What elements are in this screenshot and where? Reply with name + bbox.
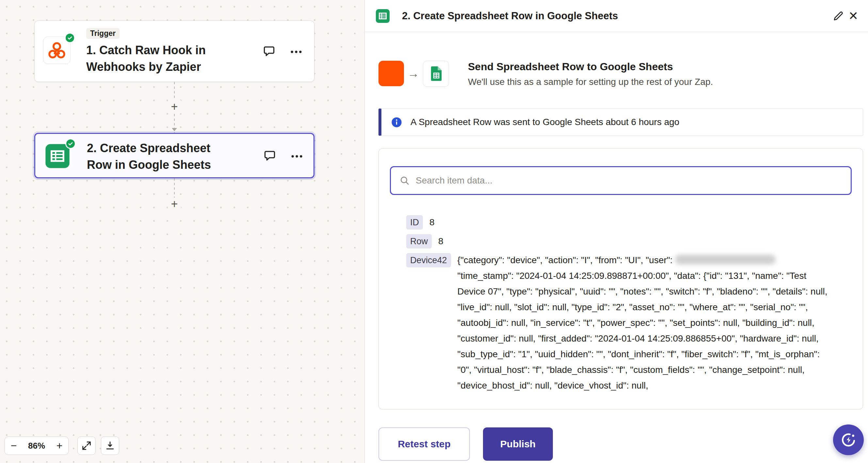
field-pill-device42: Device42 [406, 253, 451, 268]
trigger-card-title-line2: Webhooks by Zapier [86, 58, 206, 75]
fit-to-view-button[interactable] [78, 437, 96, 455]
panel-actions: Retest step Publish [378, 427, 553, 461]
sheets-app-icon [423, 61, 449, 87]
zoom-in-button[interactable]: + [51, 437, 68, 455]
trigger-card-title: 1. Catch Raw Hook in Webhooks by Zapier [86, 42, 206, 75]
ellipsis-icon [290, 149, 304, 163]
trigger-card-title-line1: 1. Catch Raw Hook in [86, 42, 206, 58]
sample-text-block: Send Spreadsheet Row to Google Sheets We… [468, 61, 713, 87]
action-card-title-line1: 2. Create Spreadsheet [87, 140, 211, 156]
field-value-device42: {"category": "device", "action": "I", "f… [458, 252, 830, 394]
close-icon: ✕ [848, 10, 858, 22]
test-status-banner: A Spreadsheet Row was sent to Google She… [378, 109, 863, 136]
success-check-icon [65, 138, 76, 149]
sample-heading: Send Spreadsheet Row to Google Sheets [468, 61, 713, 73]
info-icon [391, 117, 402, 128]
comment-icon [262, 44, 276, 58]
panel-header: 2. Create Spreadsheet Row in Google Shee… [365, 0, 868, 32]
field-row-id: ID 8 [406, 215, 852, 230]
edit-title-button[interactable] [831, 8, 846, 24]
trigger-badge: Trigger [86, 28, 120, 39]
retest-step-button[interactable]: Retest step [378, 427, 470, 461]
copilot-icon [840, 431, 857, 448]
zap-editor-canvas[interactable]: Trigger 1. Catch Raw Hook in Webhooks by… [0, 0, 365, 463]
sample-summary-row: → Send Spreadsheet Row to Google Sheets … [378, 61, 713, 87]
action-card-title-line2: Row in Google Sheets [87, 156, 211, 173]
sheets-document-icon [428, 65, 444, 82]
zoom-controls: − 86% + [5, 437, 69, 455]
search-input[interactable] [416, 175, 842, 186]
search-field[interactable] [390, 166, 852, 195]
redacted-user-value [675, 255, 776, 265]
download-button[interactable] [101, 437, 119, 455]
sample-data-box: ID 8 Row 8 Device42 {"category": "device… [378, 148, 863, 409]
step-detail-panel: 2. Create Spreadsheet Row in Google Shee… [365, 0, 868, 463]
expand-icon [81, 440, 92, 451]
device42-value-part1: {"category": "device", "action": "I", "f… [458, 255, 675, 265]
more-options-button[interactable] [289, 148, 304, 163]
add-note-button[interactable] [262, 148, 277, 163]
comment-icon [263, 149, 277, 163]
action-card-title: 2. Create Spreadsheet Row in Google Shee… [87, 140, 211, 173]
zoom-level-display: 86% [23, 437, 51, 455]
pencil-icon [832, 10, 844, 22]
ellipsis-icon [289, 44, 303, 58]
google-sheets-icon [375, 8, 390, 24]
panel-title: 2. Create Spreadsheet Row in Google Shee… [402, 10, 618, 22]
step-connector [174, 178, 175, 198]
field-pill-id: ID [406, 215, 423, 229]
assistant-button[interactable] [833, 425, 864, 455]
search-icon [399, 175, 410, 186]
add-step-button[interactable]: + [168, 100, 181, 113]
field-value-row: 8 [438, 234, 443, 249]
zoom-out-button[interactable]: − [5, 437, 23, 455]
add-step-button[interactable]: + [168, 197, 181, 211]
transfer-arrow-icon: → [404, 61, 423, 86]
field-pill-row: Row [406, 234, 432, 248]
sample-subheading: We'll use this as a sample for setting u… [468, 77, 713, 87]
banner-text: A Spreadsheet Row was sent to Google She… [410, 117, 679, 127]
add-note-button[interactable] [261, 44, 277, 59]
field-value-id: 8 [429, 215, 435, 230]
connector-arrow-icon [172, 128, 177, 131]
field-row-row: Row 8 [406, 234, 852, 249]
trigger-step-card[interactable]: Trigger 1. Catch Raw Hook in Webhooks by… [34, 21, 314, 82]
device42-value-line1: {"category": "device", "action": "I", "f… [458, 252, 830, 268]
close-panel-button[interactable]: ✕ [846, 8, 861, 24]
field-row-device42: Device42 {"category": "device", "action"… [406, 252, 852, 394]
more-options-button[interactable] [289, 44, 304, 59]
field-list: ID 8 Row 8 Device42 {"category": "device… [406, 215, 852, 394]
action-step-card[interactable]: 2. Create Spreadsheet Row in Google Shee… [34, 133, 314, 178]
webhook-app-icon [378, 61, 404, 86]
success-check-icon [65, 33, 75, 43]
publish-button[interactable]: Publish [483, 427, 553, 461]
device42-value-part2: "time_stamp": "2024-01-04 14:25:09.89887… [458, 268, 830, 394]
webhooks-icon [48, 41, 66, 60]
download-icon [104, 440, 116, 451]
